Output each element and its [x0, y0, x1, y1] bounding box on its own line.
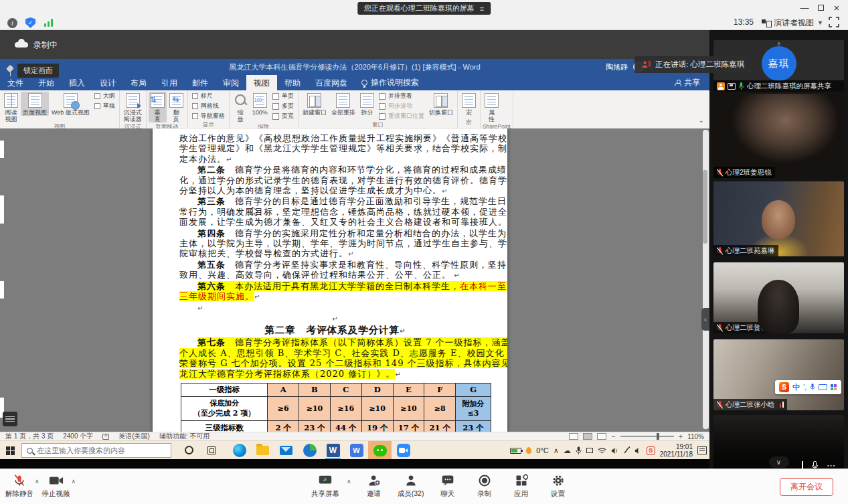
web-layout-view-icon[interactable] — [597, 433, 606, 440]
side-to-side-button[interactable]: 翻 页 — [167, 92, 185, 122]
taskbar-explorer[interactable] — [251, 441, 274, 460]
search-input[interactable] — [37, 446, 166, 454]
window-minimize-button[interactable]: — — [797, 1, 812, 13]
macros-button[interactable]: 宏 — [460, 92, 478, 116]
members-button[interactable]: 成员(32) — [396, 474, 426, 499]
zoom-slider[interactable] — [620, 436, 674, 437]
ruler-check[interactable]: 标尺 — [192, 92, 225, 100]
tab-mailings[interactable]: 邮件 — [185, 75, 216, 90]
taskbar-clock[interactable]: 19:01 2021/11/18 — [660, 443, 693, 458]
settings-button[interactable]: 设置 — [543, 474, 574, 499]
tab-layout[interactable]: 布局 — [123, 75, 154, 90]
apps-button[interactable]: 应用 — [506, 474, 537, 499]
tab-design[interactable]: 设计 — [92, 75, 123, 90]
battery-icon[interactable] — [510, 448, 521, 454]
leave-meeting-button[interactable]: 离开会议 — [780, 478, 833, 496]
volume-tray-icon[interactable] — [634, 447, 642, 454]
split-button[interactable]: 拆分 — [358, 92, 376, 116]
word-share-button[interactable]: 共享 — [665, 75, 709, 90]
mic-outline-icon[interactable] — [811, 461, 819, 469]
outline-check[interactable]: 大纲 — [94, 92, 115, 100]
sogou-logo-icon[interactable]: S — [779, 382, 789, 392]
tab-references[interactable]: 引用 — [154, 75, 185, 90]
arrange-all-button[interactable]: 全部重排 — [329, 92, 357, 116]
action-center-icon[interactable] — [697, 446, 707, 454]
scrollbar-thumb[interactable] — [703, 170, 707, 244]
sogou-tray-icon[interactable]: S — [647, 446, 655, 455]
start-button[interactable] — [0, 441, 20, 460]
microphone-tray-icon[interactable] — [576, 446, 582, 455]
print-layout-button[interactable]: 页面视图 — [21, 92, 49, 116]
read-mode-button[interactable]: 阅读 视图 — [2, 92, 20, 122]
speaker-icon[interactable] — [611, 447, 618, 454]
cortana-button[interactable] — [185, 446, 193, 454]
document-scrollbar[interactable] — [703, 130, 709, 429]
invite-button[interactable]: 邀请 — [359, 474, 390, 499]
web-layout-button[interactable]: Web 版式视图 — [50, 92, 92, 116]
multi-page-button[interactable]: 多页 — [272, 102, 294, 110]
pin-icon[interactable] — [7, 66, 13, 76]
stop-video-button[interactable]: 停止视频 — [41, 474, 72, 499]
sogou-input-toolbar[interactable]: S 中 ’, — [775, 380, 841, 394]
word-count[interactable]: 2400 个字 — [63, 432, 93, 441]
unmute-button[interactable]: 解除静音 — [4, 474, 35, 499]
tab-view[interactable]: 视图 — [246, 75, 277, 90]
ribbon-collapse-chevron[interactable]: ⌄ — [699, 116, 704, 124]
share-screen-button[interactable]: 共享屏幕 — [310, 474, 341, 499]
tile-mini-toolbar[interactable]: ⋯ — [802, 460, 836, 469]
tab-insert[interactable]: 插入 — [62, 75, 92, 90]
punctuation-icon[interactable]: ’, — [803, 384, 807, 391]
display-tray-icon[interactable] — [586, 448, 593, 453]
cloud-tray-icon[interactable]: ☁ — [564, 446, 571, 455]
tab-baidu-netdisk[interactable]: 百度网盘 — [308, 75, 355, 90]
taskbar-word[interactable]: W — [321, 441, 345, 460]
page-width-button[interactable]: 页宽 — [272, 112, 294, 120]
nav-pane-check[interactable]: 导航窗格 — [192, 112, 225, 120]
chat-button[interactable]: 聊天 — [432, 474, 463, 499]
keyboard-icon[interactable] — [819, 384, 827, 390]
taskbar-browser[interactable] — [298, 441, 321, 460]
video-tile[interactable]: 心理2班姜思锐 — [713, 94, 844, 178]
video-tile[interactable]: 心理二班贺羽佳 — [713, 262, 844, 333]
meeting-info-icon[interactable]: i — [7, 18, 17, 28]
tab-help[interactable]: 帮助 — [277, 75, 308, 90]
video-options-caret[interactable]: ∧ — [72, 478, 76, 485]
mic-options-caret[interactable]: ∧ — [35, 478, 39, 485]
taskbar-mail[interactable] — [274, 441, 298, 460]
sidebar-expand-handle[interactable]: ‹ — [701, 308, 709, 331]
voice-input-icon[interactable] — [810, 384, 815, 391]
record-button[interactable]: 录制 — [469, 474, 500, 499]
sogou-menu-icon[interactable] — [831, 384, 837, 391]
taskbar-edge[interactable] — [228, 441, 251, 460]
view-mode-selector[interactable]: 演讲者视图 ▼ — [762, 16, 823, 29]
side-by-side-button[interactable]: 并排查看 — [379, 92, 424, 100]
banner-menu-icon[interactable]: ≡ — [480, 5, 484, 13]
gridlines-check[interactable]: 网格线 — [192, 102, 225, 110]
print-layout-view-icon[interactable] — [583, 433, 592, 440]
video-tile[interactable]: 心理二班苑嘉琳 — [713, 181, 844, 256]
tell-me-search[interactable]: 操作说明搜索 — [355, 75, 426, 90]
zoom-100-button[interactable]: 100% — [250, 92, 270, 116]
proofing-icon[interactable] — [102, 434, 109, 440]
zoom-slider-thumb[interactable] — [657, 433, 659, 440]
watching-banner[interactable]: 您正在观看心理二班陈嘉琪的屏幕 ≡ — [357, 2, 491, 15]
draft-check[interactable]: 草稿 — [94, 102, 115, 110]
taskbar-wps[interactable]: W — [345, 441, 368, 460]
zoom-in-button[interactable]: + — [679, 432, 683, 440]
one-page-button[interactable]: 单页 — [272, 92, 294, 100]
pen-tray-icon[interactable] — [623, 446, 630, 454]
floating-toolbar-icon[interactable] — [3, 412, 17, 426]
accessibility-status[interactable]: 辅助功能: 不可用 — [159, 432, 210, 441]
read-mode-view-icon[interactable] — [569, 433, 578, 440]
properties-button[interactable]: 属 性 — [483, 92, 501, 122]
zoom-percentage[interactable]: 110% — [687, 433, 704, 440]
temperature[interactable]: 0°C — [536, 446, 548, 454]
document-page[interactable]: 政治工作的意见》《高校思想政治工作质量提升工程实施纲要》《普通高等学校学生管理规… — [153, 129, 507, 432]
wifi-icon[interactable] — [598, 447, 606, 454]
network-signal-icon[interactable] — [44, 19, 55, 27]
taskbar-wechat[interactable] — [368, 441, 392, 460]
page-indicator[interactable]: 第 1 页，共 3 页 — [5, 432, 54, 441]
taskbar-search[interactable] — [21, 443, 171, 458]
window-close-button[interactable]: × — [829, 1, 844, 13]
vertical-button[interactable]: 垂 直 — [149, 92, 167, 122]
